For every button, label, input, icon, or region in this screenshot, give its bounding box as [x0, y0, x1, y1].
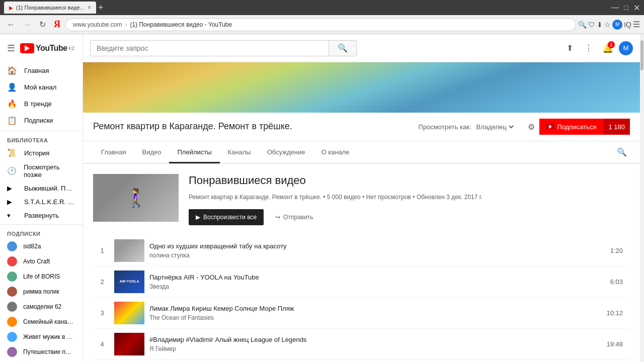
history-icon: 📜 — [7, 148, 17, 157]
sidebar-item-home[interactable]: 🏠 Главная — [0, 62, 83, 79]
tab-about[interactable]: О канале — [313, 142, 357, 163]
tab-close-icon[interactable]: × — [88, 4, 91, 11]
playlist-header: 🚶‍♀️ Понравившиеся видео Ремонт квартир … — [93, 174, 630, 225]
trending-icon: 🔥 — [7, 99, 17, 109]
video-num: 4 — [95, 340, 109, 348]
browser-search-icon[interactable]: 🔍 — [578, 21, 587, 29]
tab-title: (1) Понравившиеся виде... — [16, 5, 85, 11]
sidebar-item-watch-later[interactable]: 🕐 Посмотреть позже — [0, 160, 83, 182]
browser-menu-icon[interactable]: ☰ — [633, 20, 640, 29]
apps-button[interactable]: ⋮ — [581, 40, 597, 56]
playlist-section: 🚶‍♀️ Понравившиеся видео Ремонт квартир … — [83, 164, 640, 362]
minimize-icon[interactable]: — — [611, 3, 619, 12]
top-bar: 🔍 ⬆ ⋮ 🔔 1 M — [83, 34, 640, 62]
sub-item-itshak[interactable]: Ицхак Вургафт — [0, 359, 83, 362]
new-tab-button[interactable]: + — [98, 3, 104, 12]
address-url: www.youtube.com — [73, 21, 122, 28]
tab-discussion[interactable]: Обсуждение — [259, 142, 313, 163]
browser-shield-icon[interactable]: 🛡 — [588, 21, 595, 29]
video-channel: полина ступка — [149, 252, 610, 259]
scrollbar-thumb[interactable] — [640, 40, 643, 70]
subscribe-button[interactable]: Подписаться — [539, 119, 604, 135]
sub-item-zhivet[interactable]: Живет мужик в дере... — [0, 329, 83, 344]
sub-item-puteshestvie[interactable]: Путешествие под му... — [0, 344, 83, 359]
browser-yandex-user-icon[interactable]: IQ — [624, 21, 631, 29]
video-thumb-4 — [114, 333, 144, 355]
sub-item-samodelki[interactable]: самоделки 62 — [0, 299, 83, 314]
sidebar-item-history[interactable]: 📜 История — [0, 145, 83, 160]
notification-button[interactable]: 🔔 1 — [600, 40, 616, 56]
my-channel-icon: 👤 — [7, 82, 17, 92]
video-duration: 19:48 — [606, 340, 628, 348]
address-bar[interactable]: www.youtube.com › (1) Понравившиеся виде… — [65, 18, 576, 31]
sidebar-item-subscriptions[interactable]: 📋 Подписки — [0, 112, 83, 129]
tab-home[interactable]: Главная — [93, 142, 134, 163]
sidebar-item-expand[interactable]: ▾ Развернуть — [0, 209, 83, 222]
view-as-select[interactable]: Владелец — [474, 123, 515, 131]
sidebar-item-my-channel[interactable]: 👤 Мой канал — [0, 79, 83, 96]
user-avatar[interactable]: M — [619, 41, 633, 55]
sidebar-divider-2 — [0, 224, 83, 225]
video-item[interactable]: 4 #Владимир #Vladimir Алый жнец League o… — [93, 329, 630, 360]
tab-playlists[interactable]: Плейлисты — [169, 142, 219, 163]
video-list: 1 Одно из худших извращений табу на крас… — [93, 235, 630, 362]
youtube-logo[interactable]: YouTubeKZ — [20, 43, 74, 53]
share-label: Отправить — [283, 214, 313, 221]
share-icon: ↪ — [275, 214, 280, 221]
playlist-thumbnail[interactable]: 🚶‍♀️ — [93, 174, 179, 222]
playlist-1-icon: ▶ — [7, 185, 17, 192]
upload-button[interactable]: ⬆ — [561, 40, 578, 56]
search-input[interactable] — [90, 40, 329, 56]
channel-settings-button[interactable]: ⚙ — [523, 119, 539, 135]
tab-search-icon[interactable]: 🔍 — [614, 141, 630, 163]
sidebar-item-playlist-1[interactable]: ▶ Выживший. Побег из... — [0, 182, 83, 195]
playlist-title: Понравившиеся видео — [189, 174, 630, 187]
video-item[interactable]: 5 ЛЕГО СИТИ ИГРА КАК МУЛЬТИК Lego City М… — [93, 360, 630, 362]
search-button[interactable]: 🔍 — [329, 40, 357, 56]
subscriber-count: 1 180 — [603, 119, 630, 135]
sub-item-rimma[interactable]: римма полик — [0, 284, 83, 299]
video-channel: Я Геймер — [149, 345, 606, 352]
hamburger-button[interactable]: ☰ — [7, 43, 15, 54]
channel-banner — [83, 62, 640, 113]
sub-item-avto-craft[interactable]: Avto Craft — [0, 254, 83, 269]
video-item[interactable]: 3 Лимак Лимра Кириш Кемер Солнце Море Пл… — [93, 298, 630, 329]
maximize-icon[interactable]: □ — [624, 4, 628, 12]
sub-item-sid82a[interactable]: sid82a — [0, 239, 83, 254]
scrollbar[interactable] — [640, 34, 644, 362]
notification-badge: 1 — [608, 41, 615, 48]
sidebar-divider-1 — [0, 131, 83, 131]
sidebar-item-trending[interactable]: 🔥 В тренде — [0, 96, 83, 112]
browser-avatar[interactable]: M — [612, 20, 622, 30]
video-info: Лимак Лимра Кириш Кемер Солнце Море Пляж… — [149, 305, 606, 322]
sub-item-semeinyi[interactable]: Семейный канал Рум... — [0, 314, 83, 329]
video-item[interactable]: 2 AIR·YOOLA Партнёрка AIR - YOOLA на You… — [93, 266, 630, 298]
sidebar-header: ☰ YouTubeKZ — [0, 34, 83, 62]
playlist-actions: ▶ Воспроизвести все ↪ Отправить — [189, 209, 630, 225]
close-browser-icon[interactable]: ✕ — [633, 3, 640, 13]
tab-video[interactable]: Видео — [134, 142, 169, 163]
sidebar-nav: 🏠 Главная 👤 Мой канал 🔥 В тренде 📋 Подпи… — [0, 62, 83, 129]
subscriptions-section-title: ПОДПИСКИ — [0, 227, 83, 239]
browser-tab[interactable]: ▶ (1) Понравившиеся виде... × — [4, 2, 96, 14]
video-item[interactable]: 1 Одно из худших извращений табу на крас… — [93, 235, 630, 266]
sub-avatar-puteshestvie — [7, 347, 17, 357]
browser-bookmark-icon[interactable]: ☆ — [604, 21, 611, 29]
back-button[interactable]: ← — [4, 19, 18, 30]
library-section-title: БИБЛИОТЕКА — [0, 133, 83, 145]
share-button[interactable]: ↪ Отправить — [268, 209, 321, 225]
sub-avatar-semeinyi — [7, 317, 17, 327]
yandex-logo: Я — [51, 19, 63, 30]
sidebar-item-playlist-2[interactable]: ▶ S.T.A.L.K.E.R. Связь в... — [0, 195, 83, 209]
sub-avatar-sid82a — [7, 241, 17, 251]
play-all-button[interactable]: ▶ Воспроизвести все — [189, 209, 264, 225]
video-num: 2 — [95, 278, 109, 286]
sub-item-life-of-boris[interactable]: Life of BORIS — [0, 269, 83, 284]
channel-tabs: Главная Видео Плейлисты Каналы Обсуждени… — [83, 141, 640, 164]
forward-button[interactable]: → — [20, 19, 34, 30]
video-channel: The Ocean of Fantasies — [149, 314, 606, 321]
tab-channels[interactable]: Каналы — [220, 142, 259, 163]
browser-download-icon[interactable]: ⬇ — [597, 21, 603, 29]
yt-logo-icon — [20, 43, 34, 53]
refresh-button[interactable]: ↻ — [36, 19, 49, 30]
